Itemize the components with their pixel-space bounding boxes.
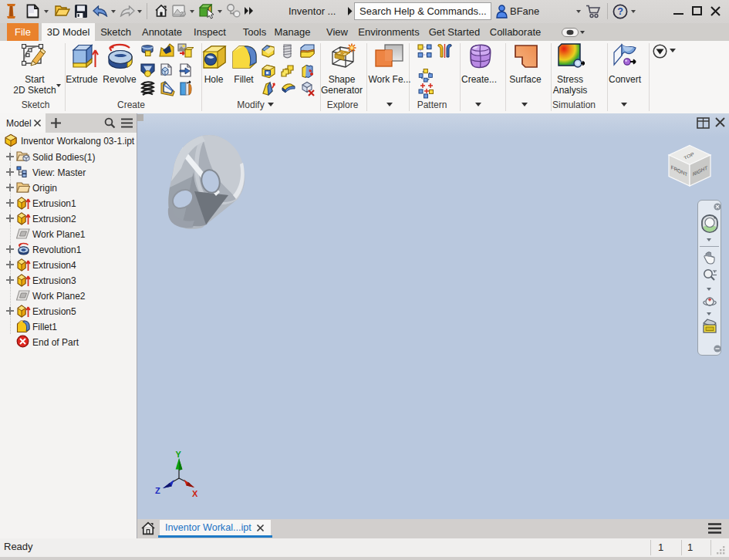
svg-text:X: X — [192, 489, 198, 498]
svg-text:Y: Y — [176, 450, 182, 459]
svg-text:Z: Z — [155, 486, 160, 495]
svg-text:?: ? — [617, 6, 623, 17]
